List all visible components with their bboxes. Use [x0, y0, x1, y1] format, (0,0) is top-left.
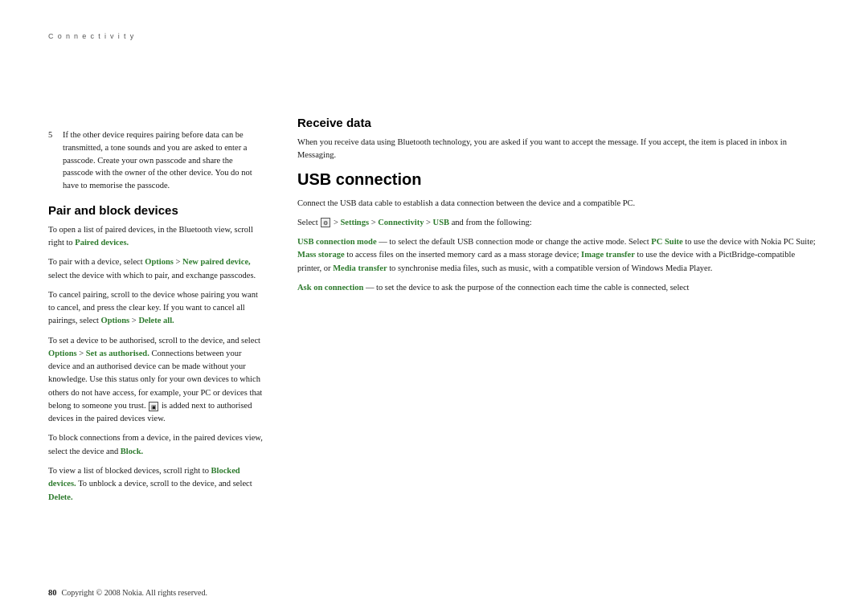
usb-link: USB: [433, 218, 449, 227]
pair-para3: To cancel pairing, scroll to the device …: [48, 288, 265, 328]
usb-para2-gt3: >: [424, 218, 432, 227]
delete-all-link: Delete all.: [138, 316, 174, 325]
usb-para2-pre: Select: [297, 218, 320, 227]
usb-mode-link: USB connection mode: [297, 237, 377, 246]
media-transfer-link: Media transfer: [333, 264, 387, 272]
numbered-item-5: 5 If the other device requires pairing b…: [48, 129, 265, 192]
pair-para6-pre: To view a list of blocked devices, scrol…: [48, 466, 211, 475]
receive-heading: Receive data: [297, 116, 820, 129]
new-paired-link: New paired device,: [182, 257, 251, 266]
pair-para2: To pair with a device, select Options > …: [48, 255, 265, 282]
pair-para4: To set a device to be authorised, scroll…: [48, 334, 265, 426]
pair-para4-pre: To set a device to be authorised, scroll…: [48, 336, 260, 345]
pair-para2-post: select the device with which to pair, an…: [48, 271, 256, 280]
set-authorised-link: Set as authorised.: [86, 349, 149, 358]
usb-section: USB connection Connect the USB data cabl…: [297, 170, 820, 295]
pair-para2-pre: To pair with a device, select: [48, 257, 145, 266]
breadcrumb: C o n n e c t i v i t y: [0, 0, 868, 40]
authorised-icon: ▣: [149, 402, 158, 411]
options-link-1: Options: [145, 257, 174, 266]
pair-para2-gt1: >: [174, 257, 182, 266]
pair-heading: Pair and block devices: [48, 203, 265, 217]
usb-para3-mid: to use the device with Nokia PC Suite;: [683, 237, 816, 246]
usb-para4: Ask on connection — to set the device to…: [297, 281, 820, 294]
usb-para4-post: — to set the device to ask the purpose o…: [363, 283, 689, 292]
pair-para3-gt: >: [129, 316, 138, 325]
receive-section: Receive data When you receive data using…: [297, 116, 820, 162]
left-column: 5 If the other device requires pairing b…: [48, 104, 265, 580]
pair-para5-pre: To block connections from a device, in t…: [48, 433, 263, 455]
usb-para3-dash: — to select the default USB connection m…: [377, 237, 652, 246]
usb-para2-mid: >: [331, 218, 340, 227]
usb-heading: USB connection: [297, 170, 820, 189]
footer: 80 Copyright © 2008 Nokia. All rights re…: [0, 580, 868, 613]
settings-icon: ⚙: [321, 218, 330, 227]
item-number: 5: [48, 129, 63, 192]
pair-para5: To block connections from a device, in t…: [48, 431, 265, 458]
page: C o n n e c t i v i t y 5 If the other d…: [0, 0, 868, 613]
pc-suite-link: PC Suite: [651, 237, 682, 246]
usb-para3-post3: to synchronise media files, such as musi…: [387, 264, 713, 272]
connectivity-link: Connectivity: [378, 218, 424, 227]
content-area: 5 If the other device requires pairing b…: [0, 56, 868, 580]
pair-para6-mid: To unblock a device, scroll to the devic…: [76, 479, 252, 488]
options-link-2: Options: [101, 316, 130, 325]
pair-para4-gt: >: [77, 349, 86, 358]
usb-para1: Connect the USB data cable to establish …: [297, 197, 820, 210]
image-transfer-link: Image transfer: [581, 250, 635, 259]
options-link-3: Options: [48, 349, 77, 358]
page-number: 80: [48, 588, 57, 597]
settings-link: Settings: [340, 218, 369, 227]
usb-para2-post: and from the following:: [449, 218, 532, 227]
mass-storage-link: Mass storage: [297, 250, 345, 259]
receive-para: When you receive data using Bluetooth te…: [297, 136, 820, 162]
pair-para1: To open a list of paired devices, in the…: [48, 223, 265, 250]
paired-devices-link: Paired devices.: [75, 238, 129, 247]
item-text: If the other device requires pairing bef…: [63, 129, 265, 192]
copyright-text: Copyright © 2008 Nokia. All rights reser…: [62, 588, 207, 597]
usb-para3-post2: to access files on the inserted memory c…: [345, 250, 581, 259]
usb-para2-gt2: >: [369, 218, 378, 227]
usb-para2: Select ⚙ > Settings > Connectivity > USB…: [297, 216, 820, 229]
delete-link: Delete.: [48, 492, 73, 501]
block-link: Block.: [121, 447, 143, 456]
usb-para3: USB connection mode — to select the defa…: [297, 235, 820, 275]
pair-para6: To view a list of blocked devices, scrol…: [48, 464, 265, 504]
right-column: Receive data When you receive data using…: [297, 104, 820, 580]
ask-connection-link: Ask on connection: [297, 283, 363, 292]
pair-block-section: Pair and block devices To open a list of…: [48, 203, 265, 504]
